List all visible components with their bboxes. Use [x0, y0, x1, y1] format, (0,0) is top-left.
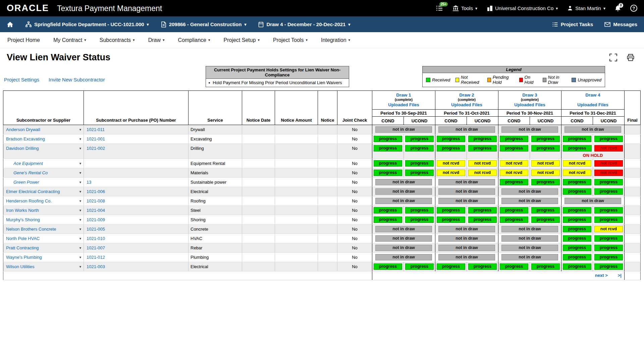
status-received[interactable]: progress — [500, 136, 528, 142]
subcontractor-link[interactable]: Wayne's Plumbing — [6, 255, 42, 260]
tools-menu[interactable]: Tools ▾ — [452, 5, 477, 11]
status-on-hold[interactable]: not rcvd — [594, 170, 623, 176]
status-not-received[interactable]: not rcvd — [437, 170, 465, 176]
status-received[interactable]: progress — [594, 179, 623, 185]
po-number-link[interactable]: 13 — [87, 180, 91, 185]
uploaded-files-link[interactable]: Uploaded Files — [373, 102, 434, 107]
status-received[interactable]: progress — [594, 188, 623, 195]
status-not-received[interactable]: not rcvd — [468, 160, 497, 167]
status-received[interactable]: progress — [500, 263, 528, 270]
po-number-link[interactable]: 1021-007 — [87, 245, 105, 250]
user-menu[interactable]: Stan Martin ▾ — [567, 5, 605, 11]
status-not-in-draw[interactable]: not in draw — [375, 245, 432, 251]
subcontractor-link[interactable]: Green Power — [13, 180, 39, 185]
dropdown-arrow-icon[interactable]: ▼ — [79, 171, 82, 175]
subcontractor-link[interactable]: Gene's Rental Co — [13, 170, 48, 175]
status-received[interactable]: progress — [594, 245, 623, 251]
status-received[interactable]: progress — [437, 217, 465, 223]
status-not-in-draw[interactable]: not in draw — [375, 226, 432, 232]
dropdown-arrow-icon[interactable]: ▼ — [79, 199, 82, 203]
status-received[interactable]: progress — [500, 179, 528, 185]
status-received[interactable]: progress — [563, 136, 591, 142]
draw-name-link[interactable]: Draw 4 — [562, 93, 623, 98]
status-received[interactable]: progress — [437, 136, 465, 142]
status-received[interactable]: progress — [405, 136, 434, 142]
dropdown-arrow-icon[interactable]: ▼ — [79, 246, 82, 250]
dropdown-arrow-icon[interactable]: ▼ — [79, 128, 82, 131]
po-number-link[interactable]: 1021-003 — [87, 264, 105, 269]
status-not-in-draw[interactable]: not in draw — [438, 179, 495, 185]
uploaded-files-link[interactable]: Uploaded Files — [436, 102, 497, 107]
status-received[interactable]: progress — [531, 263, 560, 270]
status-not-in-draw[interactable]: not in draw — [375, 188, 432, 195]
dropdown-arrow-icon[interactable]: ▼ — [79, 162, 82, 165]
subcontractor-link[interactable]: Ace Equipment — [13, 161, 43, 166]
status-not-received[interactable]: not rcvd — [437, 160, 465, 167]
status-received[interactable]: progress — [437, 263, 465, 270]
po-number-link[interactable]: 1021-010 — [87, 236, 105, 241]
uploaded-files-link[interactable]: Uploaded Files — [562, 102, 623, 107]
status-received[interactable]: progress — [405, 207, 434, 214]
subcontractor-link[interactable]: Wilson Utilities — [6, 264, 35, 269]
status-received[interactable]: progress — [531, 217, 560, 223]
status-received[interactable]: progress — [531, 179, 560, 185]
status-not-in-draw[interactable]: not in draw — [501, 198, 558, 204]
subcontractor-link[interactable]: Anderson Drywall — [6, 127, 40, 132]
status-received[interactable]: progress — [468, 145, 497, 152]
nav-item-integration[interactable]: Integration▾ — [321, 37, 350, 43]
status-not-in-draw[interactable]: not in draw — [375, 254, 432, 260]
status-received[interactable]: progress — [500, 217, 528, 223]
status-not-in-draw[interactable]: not in draw — [501, 126, 558, 133]
dropdown-arrow-icon[interactable]: ▼ — [79, 218, 82, 222]
status-received[interactable]: progress — [405, 217, 434, 223]
fullscreen-button[interactable] — [609, 54, 617, 61]
status-not-in-draw[interactable]: not in draw — [375, 198, 432, 204]
status-received[interactable]: progress — [374, 170, 402, 176]
status-not-in-draw[interactable]: not in draw — [438, 188, 495, 195]
status-received[interactable]: progress — [405, 263, 434, 270]
project-settings-link[interactable]: Project Settings — [4, 77, 39, 82]
subcontractor-link[interactable]: North Pole HVAC — [6, 236, 40, 241]
draw-selector[interactable]: Draw 4 - December - 20-Dec-2021 ▾ — [258, 21, 350, 27]
status-received[interactable]: progress — [500, 145, 528, 152]
draw-name-link[interactable]: Draw 3 — [499, 93, 560, 98]
tasks-menu-button[interactable]: 25+ — [436, 5, 443, 11]
status-not-received[interactable]: not rcvd — [563, 170, 591, 176]
status-received[interactable]: progress — [563, 226, 591, 232]
status-not-in-draw[interactable]: not in draw — [438, 226, 495, 232]
status-received[interactable]: progress — [374, 217, 402, 223]
status-not-in-draw[interactable]: not in draw — [501, 245, 558, 251]
dropdown-arrow-icon[interactable]: ▼ — [79, 265, 82, 268]
dropdown-arrow-icon[interactable]: ▼ — [79, 190, 82, 193]
status-not-in-draw[interactable]: not in draw — [438, 254, 495, 260]
status-received[interactable]: progress — [594, 235, 623, 242]
status-not-in-draw[interactable]: not in draw — [501, 235, 558, 242]
po-number-link[interactable]: 1021-005 — [87, 227, 105, 232]
next-page-link[interactable]: next > — [595, 273, 608, 278]
po-number-link[interactable]: 1021-006 — [87, 189, 105, 194]
project-tasks-button[interactable]: Project Tasks — [552, 21, 593, 27]
dropdown-arrow-icon[interactable]: ▼ — [79, 228, 82, 231]
dropdown-arrow-icon[interactable]: ▼ — [79, 181, 82, 184]
status-not-in-draw[interactable]: not in draw — [501, 226, 558, 232]
subcontractor-link[interactable]: Elmer Electrical Contracting — [6, 189, 60, 194]
status-not-in-draw[interactable]: not in draw — [438, 126, 495, 133]
nav-item-draw[interactable]: Draw▾ — [148, 37, 165, 43]
status-not-in-draw[interactable]: not in draw — [501, 188, 558, 195]
status-received[interactable]: progress — [468, 207, 497, 214]
status-received[interactable]: progress — [563, 263, 591, 270]
status-received[interactable]: progress — [594, 217, 623, 223]
status-not-received[interactable]: not rcvd — [594, 226, 623, 232]
po-number-link[interactable]: 1021-008 — [87, 198, 105, 203]
status-received[interactable]: progress — [594, 207, 623, 214]
contract-selector[interactable]: 209866 - General Construction ▾ — [161, 21, 247, 27]
draw-name-link[interactable]: Draw 2 — [436, 93, 497, 98]
status-not-received[interactable]: not rcvd — [500, 160, 528, 167]
po-number-link[interactable]: 1021-004 — [87, 208, 105, 213]
status-received[interactable]: progress — [405, 170, 434, 176]
dropdown-arrow-icon[interactable]: ▼ — [79, 237, 82, 240]
nav-item-subcontracts[interactable]: Subcontracts▾ — [100, 37, 135, 43]
status-received[interactable]: progress — [563, 217, 591, 223]
status-not-in-draw[interactable]: not in draw — [375, 179, 432, 185]
nav-item-project-setup[interactable]: Project Setup▾ — [224, 37, 260, 43]
